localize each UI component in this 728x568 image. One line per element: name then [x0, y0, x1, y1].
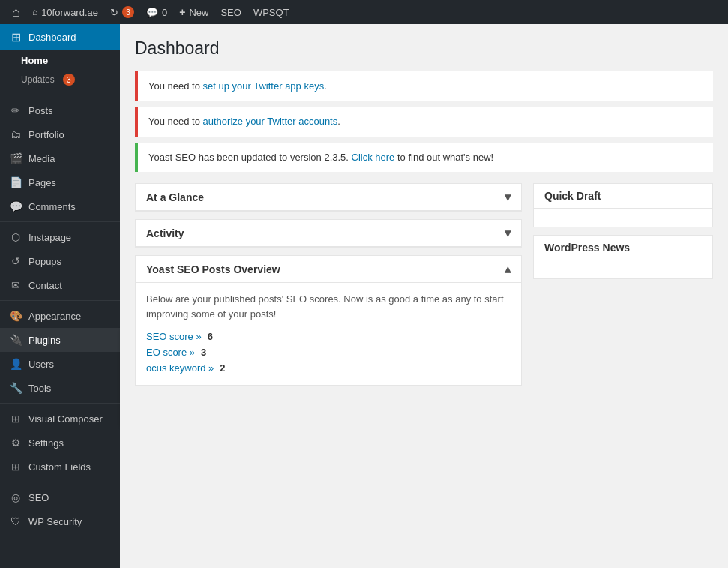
dashboard-right-column: Quick Draft WordPress News: [533, 183, 713, 386]
posts-label: Posts: [28, 105, 53, 116]
activity-toggle[interactable]: ▾: [505, 226, 511, 240]
page-title: Dashboard: [135, 38, 713, 60]
quick-draft-header[interactable]: Quick Draft: [534, 184, 712, 209]
at-a-glance-toggle[interactable]: ▾: [505, 190, 511, 204]
comments-menu-item[interactable]: 💬 Comments: [0, 194, 120, 218]
site-name-icon: ⌂: [32, 7, 37, 17]
adminbar-wpsqt[interactable]: WPSQT: [247, 0, 295, 24]
menu-item-wp-security[interactable]: 🛡 WP Security: [0, 509, 120, 533]
media-menu-item[interactable]: 🎬 Media: [0, 146, 120, 170]
yoast-seo-header[interactable]: Yoast SEO Posts Overview ▴: [136, 256, 521, 283]
updates-menu-item[interactable]: Updates 3: [0, 71, 120, 92]
yoast-score-row-2: EO score » 3: [146, 344, 511, 360]
notice-twitter-keys: You need to set up your Twitter app keys…: [135, 71, 713, 101]
updates-label: Updates: [21, 74, 55, 85]
menu-item-dashboard[interactable]: ⊞ Dashboard Home Updates 3: [0, 24, 120, 92]
instapage-menu-item[interactable]: ⬡ Instapage: [0, 225, 120, 249]
yoast-score-link-3[interactable]: ocus keyword »: [146, 362, 214, 374]
settings-label: Settings: [28, 437, 64, 449]
menu-item-tools[interactable]: 🔧 Tools: [0, 376, 120, 400]
yoast-score-count-1: 6: [208, 331, 213, 342]
menu-item-custom-fields[interactable]: ⊞ Custom Fields: [0, 455, 120, 479]
menu-item-instapage[interactable]: ⬡ Instapage: [0, 225, 120, 249]
menu-item-portfolio[interactable]: 🗂 Portfolio: [0, 122, 120, 146]
yoast-intro-text: Below are your published posts' SEO scor…: [146, 293, 504, 320]
widget-quick-draft: Quick Draft: [533, 183, 713, 227]
menu-item-media[interactable]: 🎬 Media: [0, 146, 120, 170]
visual-composer-icon: ⊞: [9, 413, 22, 425]
activity-title: Activity: [146, 227, 184, 239]
wp-security-menu-item[interactable]: 🛡 WP Security: [0, 509, 120, 533]
custom-fields-icon: ⊞: [9, 461, 22, 473]
menu-item-seo[interactable]: ◎ SEO: [0, 485, 120, 509]
users-menu-item[interactable]: 👤 Users: [0, 352, 120, 376]
custom-fields-menu-item[interactable]: ⊞ Custom Fields: [0, 455, 120, 479]
popups-icon: ↺: [9, 255, 22, 267]
menu-sep-3: [0, 300, 120, 301]
menu-item-pages[interactable]: 📄 Pages: [0, 170, 120, 194]
notice-2-text-before: You need to: [148, 116, 203, 127]
adminbar-comments[interactable]: 💬 0: [140, 0, 173, 24]
notice-3-link[interactable]: Click here: [352, 152, 395, 163]
yoast-score-link-1[interactable]: SEO score »: [146, 331, 202, 342]
posts-menu-item[interactable]: ✏ Posts: [0, 98, 120, 122]
pages-icon: 📄: [9, 176, 22, 188]
home-menu-item[interactable]: Home: [0, 50, 120, 71]
notice-1-text-before: You need to: [148, 80, 203, 92]
menu-sep-4: [0, 403, 120, 404]
notice-twitter-accounts: You need to authorize your Twitter accou…: [135, 107, 713, 137]
wp-security-label: WP Security: [28, 516, 82, 527]
portfolio-icon: 🗂: [9, 128, 22, 140]
menu-item-comments[interactable]: 💬 Comments: [0, 194, 120, 218]
portfolio-menu-item[interactable]: 🗂 Portfolio: [0, 122, 120, 146]
yoast-seo-toggle[interactable]: ▴: [505, 262, 511, 276]
wp-news-header[interactable]: WordPress News: [534, 236, 712, 260]
wp-logo-icon: ⌂: [12, 5, 20, 20]
plugins-label: Plugins: [28, 335, 61, 346]
admin-bar: ⌂ ⌂ 10forward.ae ↻ 3 💬 0 + New SEO WPSQT: [0, 0, 728, 24]
menu-item-visual-composer[interactable]: ⊞ Visual Composer: [0, 407, 120, 431]
adminbar-seo[interactable]: SEO: [214, 0, 247, 24]
contact-label: Contact: [28, 280, 62, 291]
notice-1-text-after: .: [324, 80, 327, 92]
menu-item-plugins[interactable]: 🔌 Plugins Plugins Installed Plugins Add …: [0, 328, 120, 352]
adminbar-updates[interactable]: ↻ 3: [104, 0, 140, 24]
dashboard-menu-item[interactable]: ⊞ Dashboard: [0, 24, 120, 50]
adminbar-new[interactable]: + New: [173, 0, 214, 24]
menu-item-appearance[interactable]: 🎨 Appearance: [0, 304, 120, 328]
yoast-score-link-2[interactable]: EO score »: [146, 347, 195, 358]
popups-menu-item[interactable]: ↺ Popups: [0, 249, 120, 273]
menu-item-contact[interactable]: ✉ Contact: [0, 273, 120, 297]
dashboard-label: Dashboard: [28, 32, 76, 43]
menu-item-posts[interactable]: ✏ Posts: [0, 98, 120, 122]
pages-menu-item[interactable]: 📄 Pages: [0, 170, 120, 194]
widget-at-a-glance: At a Glance ▾: [135, 183, 522, 212]
wpsqt-label: WPSQT: [253, 7, 289, 18]
users-icon: 👤: [9, 358, 22, 370]
contact-icon: ✉: [9, 279, 22, 291]
visual-composer-menu-item[interactable]: ⊞ Visual Composer: [0, 407, 120, 431]
contact-menu-item[interactable]: ✉ Contact: [0, 273, 120, 297]
home-label: Home: [21, 55, 48, 66]
at-a-glance-header[interactable]: At a Glance ▾: [136, 184, 521, 211]
menu-item-popups[interactable]: ↺ Popups: [0, 249, 120, 273]
menu-item-settings[interactable]: ⚙ Settings: [0, 431, 120, 455]
custom-fields-label: Custom Fields: [28, 461, 91, 473]
notice-2-link[interactable]: authorize your Twitter accounts: [203, 116, 338, 127]
instapage-label: Instapage: [28, 232, 71, 243]
notice-1-link[interactable]: set up your Twitter app keys: [203, 80, 325, 92]
adminbar-site-name[interactable]: ⌂ 10forward.ae: [26, 0, 104, 24]
tools-menu-item[interactable]: 🔧 Tools: [0, 376, 120, 400]
seo-menu-item[interactable]: ◎ SEO: [0, 485, 120, 509]
appearance-menu-item[interactable]: 🎨 Appearance: [0, 304, 120, 328]
tools-icon: 🔧: [9, 382, 22, 394]
settings-menu-item[interactable]: ⚙ Settings: [0, 431, 120, 455]
comments-menu-icon: 💬: [9, 200, 22, 212]
wp-wrap: ⊞ Dashboard Home Updates 3 ✏ Posts: [0, 24, 728, 568]
plugins-menu-item[interactable]: 🔌 Plugins: [0, 328, 120, 352]
adminbar-wp-logo[interactable]: ⌂: [6, 0, 26, 24]
wp-security-icon: 🛡: [9, 515, 22, 527]
menu-item-users[interactable]: 👤 Users: [0, 352, 120, 376]
notice-3-text-after: to find out what's new!: [394, 152, 493, 163]
activity-header[interactable]: Activity ▾: [136, 220, 521, 247]
